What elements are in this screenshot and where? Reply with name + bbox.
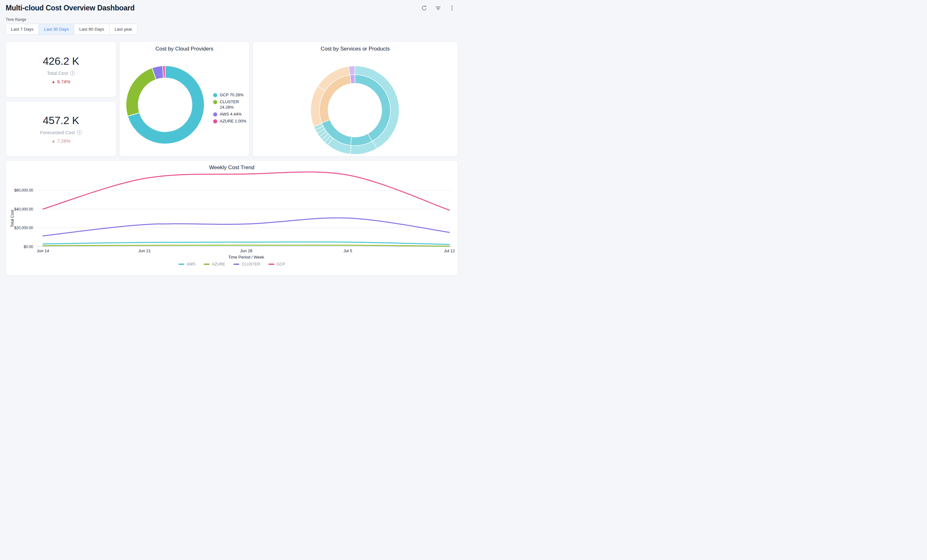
legend-label: GCP 70.28% — [220, 93, 244, 98]
x-tick-label: Jun 28 — [240, 249, 252, 253]
header-actions — [421, 5, 458, 12]
y-tick-label: $20,000.00 — [14, 226, 33, 230]
filter-icon[interactable] — [435, 5, 441, 12]
donut-segment-CLUSTER[interactable] — [126, 68, 156, 116]
dashboard-page: Multi-cloud Cost Overview Dashboard — [0, 0, 464, 276]
trend-legend-item-GCP[interactable]: GCP — [268, 262, 285, 266]
arrow-up-icon: ▲ — [52, 79, 56, 84]
total-cost-value: 426.2 K — [43, 55, 79, 67]
legend-item-GCP[interactable]: GCP 70.28% — [213, 93, 251, 98]
legend-label: CLUSTER 24.28% — [220, 99, 251, 110]
time-range-last-year[interactable]: Last year — [109, 24, 137, 34]
legend-label: CLUSTER — [242, 262, 260, 266]
services-sunburst-chart — [311, 66, 399, 154]
y-axis-title: Total Cost — [10, 209, 15, 227]
sunburst-outer-segment[interactable] — [349, 66, 355, 75]
line-series-CLUSTER — [43, 218, 450, 236]
line-series-AWS — [43, 242, 450, 244]
page-title: Multi-cloud Cost Overview Dashboard — [6, 4, 135, 12]
x-tick-label: Jul 5 — [343, 249, 352, 253]
chart-title: Cost by Services or Products — [253, 42, 457, 52]
cloud-providers-legend: GCP 70.28%CLUSTER 24.28%AWS 4.44%AZURE 1… — [213, 93, 251, 125]
weekly-trend-chart: $0.00$20,000.00$40,000.00$60,000.00Total… — [6, 171, 458, 260]
trend-legend-item-CLUSTER[interactable]: CLUSTER — [233, 262, 260, 266]
legend-item-CLUSTER[interactable]: CLUSTER 24.28% — [213, 99, 251, 110]
more-options-icon[interactable] — [448, 5, 455, 12]
cost-by-services-card: Cost by Services or Products — [252, 42, 458, 156]
arrow-up-icon: ▲ — [52, 138, 56, 143]
refresh-icon[interactable] — [421, 5, 427, 12]
legend-dash-icon — [204, 264, 210, 265]
forecasted-cost-card: 457.2 K Forecasted Cost i ▲ 7.28% — [6, 101, 116, 156]
legend-dash-icon — [268, 264, 274, 265]
y-tick-label: $0.00 — [24, 244, 33, 249]
line-series-AZURE — [43, 245, 450, 247]
stat-cards-column: 426.2 K Total Cost i ▲ 9.74% 457.2 K For… — [6, 42, 116, 156]
y-tick-label: $40,000.00 — [14, 207, 33, 211]
forecasted-cost-value: 457.2 K — [43, 114, 79, 127]
line-series-GCP — [43, 172, 450, 210]
total-cost-label: Total Cost i — [47, 70, 75, 76]
forecasted-cost-label: Forecasted Cost i — [40, 130, 82, 135]
legend-item-AWS[interactable]: AWS 4.44% — [213, 112, 251, 117]
chart-title: Weekly Cost Trend — [6, 161, 457, 171]
x-axis-title: Time Period / Week — [228, 255, 264, 260]
legend-dash-icon — [233, 264, 239, 265]
legend-label: GCP — [277, 262, 285, 266]
weekly-cost-trend-card: Weekly Cost Trend $0.00$20,000.00$40,000… — [6, 160, 458, 276]
cards-row: 426.2 K Total Cost i ▲ 9.74% 457.2 K For… — [6, 42, 458, 156]
x-tick-label: Jun 21 — [138, 249, 150, 253]
legend-dot-icon — [213, 93, 217, 97]
time-range-last-30-days[interactable]: Last 30 Days — [39, 24, 74, 34]
legend-label: AWS — [187, 262, 195, 266]
total-cost-delta: ▲ 9.74% — [52, 79, 70, 84]
legend-label: AZURE 1.00% — [220, 119, 246, 124]
time-range-last-7-days[interactable]: Last 7 Days — [6, 24, 39, 34]
top-bar: Multi-cloud Cost Overview Dashboard — [6, 0, 458, 12]
legend-label: AZURE — [212, 262, 225, 266]
info-icon[interactable]: i — [77, 130, 82, 135]
trend-legend: AWSAZURECLUSTERGCP — [6, 262, 457, 266]
x-tick-label: Jul 12 — [444, 249, 455, 253]
time-range-control: Last 7 Days Last 30 Days Last 90 Days La… — [6, 24, 137, 35]
chart-title: Cost by Cloud Providers — [120, 42, 249, 52]
trend-legend-item-AWS[interactable]: AWS — [178, 262, 195, 266]
legend-dot-icon — [213, 119, 217, 123]
legend-item-AZURE[interactable]: AZURE 1.00% — [213, 119, 251, 124]
x-tick-label: Jun 14 — [36, 249, 49, 253]
trend-legend-item-AZURE[interactable]: AZURE — [204, 262, 225, 266]
forecasted-cost-delta: ▲ 7.28% — [52, 138, 70, 144]
legend-dot-icon — [213, 112, 217, 117]
time-range-label: Time Range — [6, 17, 458, 22]
time-range-last-90-days[interactable]: Last 90 Days — [74, 24, 109, 34]
cost-by-cloud-providers-card: Cost by Cloud Providers GCP 70.28%CLUSTE… — [119, 42, 249, 156]
legend-label: AWS 4.44% — [220, 112, 242, 117]
cloud-providers-donut-chart — [125, 65, 205, 144]
legend-dash-icon — [178, 264, 184, 265]
total-cost-card: 426.2 K Total Cost i ▲ 9.74% — [6, 42, 116, 97]
y-tick-label: $60,000.00 — [14, 188, 33, 193]
donut-segment-AZURE[interactable] — [163, 66, 165, 78]
legend-dot-icon — [213, 100, 217, 104]
info-icon[interactable]: i — [70, 71, 75, 76]
